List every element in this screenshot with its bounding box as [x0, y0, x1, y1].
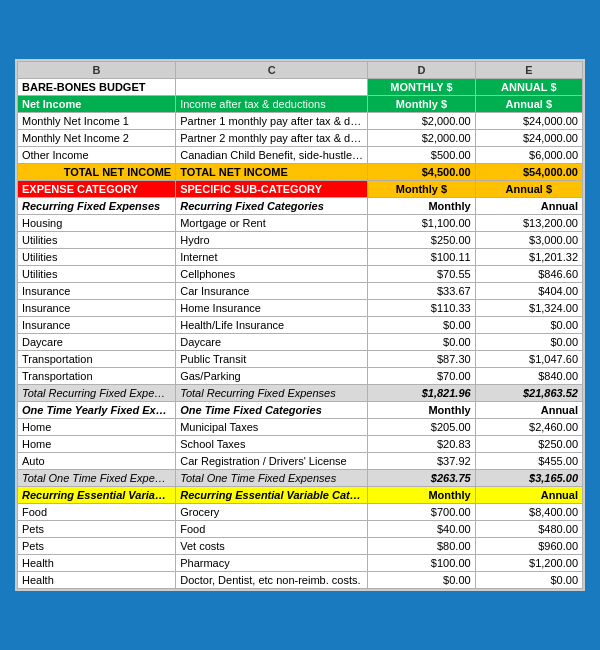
ot-ann-1: $250.00 [475, 436, 582, 453]
ot-ann-0: $2,460.00 [475, 419, 582, 436]
rf-ann-7: $0.00 [475, 334, 582, 351]
ot-monthly-hdr: Monthly [368, 402, 475, 419]
income2-annual: $24,000.00 [475, 130, 582, 147]
income2-cat: Monthly Net Income 2 [18, 130, 176, 147]
total-net-label: TOTAL NET INCOME [18, 164, 176, 181]
one-time-header-row: One Time Yearly Fixed Expenses One Time … [18, 402, 583, 419]
total-rf-annual: $21,863.52 [475, 385, 582, 402]
col-d-header: D [368, 62, 475, 79]
income1-monthly: $2,000.00 [368, 113, 475, 130]
table-row: Insurance Health/Life Insurance $0.00 $0… [18, 317, 583, 334]
rf-sub-5: Home Insurance [176, 300, 368, 317]
table-row: Pets Vet costs $80.00 $960.00 [18, 538, 583, 555]
recurring-annual-hdr: Annual [475, 198, 582, 215]
ot-cat-2: Auto [18, 453, 176, 470]
ot-cat-0: Home [18, 419, 176, 436]
rv-annual-hdr: Annual [475, 487, 582, 504]
rf-mon-1: $250.00 [368, 232, 475, 249]
rf-ann-5: $1,324.00 [475, 300, 582, 317]
rf-ann-3: $846.60 [475, 266, 582, 283]
table-row: Daycare Daycare $0.00 $0.00 [18, 334, 583, 351]
table-row: Auto Car Registration / Drivers' License… [18, 453, 583, 470]
table-row: Transportation Public Transit $87.30 $1,… [18, 351, 583, 368]
rf-cat-8: Transportation [18, 351, 176, 368]
rf-ann-8: $1,047.60 [475, 351, 582, 368]
variable-header-row: Recurring Essential Variable Expenses Re… [18, 487, 583, 504]
rv-sub-4: Doctor, Dentist, etc non-reimb. costs. [176, 572, 368, 589]
ot-mon-1: $20.83 [368, 436, 475, 453]
total-ot-cat: Total One Time Fixed Expenses [18, 470, 176, 487]
ot-cat-hdr: One Time Yearly Fixed Expenses [18, 402, 176, 419]
ot-ann-2: $455.00 [475, 453, 582, 470]
rv-mon-2: $80.00 [368, 538, 475, 555]
ot-subcat-hdr: One Time Fixed Categories [176, 402, 368, 419]
total-ot-monthly: $263.75 [368, 470, 475, 487]
table-row: Health Doctor, Dentist, etc non-reimb. c… [18, 572, 583, 589]
col-b-header: B [18, 62, 176, 79]
rv-sub-1: Food [176, 521, 368, 538]
table-row: Food Grocery $700.00 $8,400.00 [18, 504, 583, 521]
expense-cat-header-row: EXPENSE CATEGORY SPECIFIC SUB-CATEGORY M… [18, 181, 583, 198]
rf-cat-1: Utilities [18, 232, 176, 249]
net-income-label: Net Income [18, 96, 176, 113]
table-row: Utilities Internet $100.11 $1,201.32 [18, 249, 583, 266]
rf-cat-6: Insurance [18, 317, 176, 334]
rf-cat-3: Utilities [18, 266, 176, 283]
rv-cat-0: Food [18, 504, 176, 521]
rf-sub-6: Health/Life Insurance [176, 317, 368, 334]
table-row: Insurance Car Insurance $33.67 $404.00 [18, 283, 583, 300]
rf-sub-4: Car Insurance [176, 283, 368, 300]
rv-cat-2: Pets [18, 538, 176, 555]
rv-subcat-hdr: Recurring Essential Variable Categories [176, 487, 368, 504]
total-recurring-row: Total Recurring Fixed Expenses Total Rec… [18, 385, 583, 402]
table-row: Pets Food $40.00 $480.00 [18, 521, 583, 538]
table-row: Other Income Canadian Child Benefit, sid… [18, 147, 583, 164]
rf-mon-8: $87.30 [368, 351, 475, 368]
rf-sub-0: Mortgage or Rent [176, 215, 368, 232]
total-rf-monthly: $1,821.96 [368, 385, 475, 402]
table-row: Utilities Cellphones $70.55 $846.60 [18, 266, 583, 283]
recurring-monthly-hdr: Monthly [368, 198, 475, 215]
rv-ann-2: $960.00 [475, 538, 582, 555]
col-c-header: C [176, 62, 368, 79]
income1-desc: Partner 1 monthly pay after tax & deduct… [176, 113, 368, 130]
budget-title: BARE-BONES BUDGET [18, 79, 176, 96]
rf-mon-6: $0.00 [368, 317, 475, 334]
rv-cat-1: Pets [18, 521, 176, 538]
rf-mon-3: $70.55 [368, 266, 475, 283]
rf-mon-4: $33.67 [368, 283, 475, 300]
table-row: Health Pharmacy $100.00 $1,200.00 [18, 555, 583, 572]
table-row: Utilities Hydro $250.00 $3,000.00 [18, 232, 583, 249]
rf-sub-8: Public Transit [176, 351, 368, 368]
rf-mon-0: $1,100.00 [368, 215, 475, 232]
rf-cat-9: Transportation [18, 368, 176, 385]
table-row: Transportation Gas/Parking $70.00 $840.0… [18, 368, 583, 385]
rf-mon-7: $0.00 [368, 334, 475, 351]
total-net-annual: $54,000.00 [475, 164, 582, 181]
income2-monthly: $2,000.00 [368, 130, 475, 147]
rf-ann-1: $3,000.00 [475, 232, 582, 249]
ot-sub-2: Car Registration / Drivers' License [176, 453, 368, 470]
table-row: Home School Taxes $20.83 $250.00 [18, 436, 583, 453]
income3-annual: $6,000.00 [475, 147, 582, 164]
title-row: BARE-BONES BUDGET MONTHLY $ ANNUAL $ [18, 79, 583, 96]
income3-monthly: $500.00 [368, 147, 475, 164]
rv-mon-0: $700.00 [368, 504, 475, 521]
rf-cat-5: Insurance [18, 300, 176, 317]
total-rf-cat: Total Recurring Fixed Expenses [18, 385, 176, 402]
total-net-desc: TOTAL NET INCOME [176, 164, 368, 181]
ot-mon-0: $205.00 [368, 419, 475, 436]
income2-desc: Partner 2 monthly pay after tax & deduct… [176, 130, 368, 147]
spreadsheet: B C D E BARE-BONES BUDGET MONTHLY $ ANNU… [15, 59, 585, 591]
total-rf-subcat: Total Recurring Fixed Expenses [176, 385, 368, 402]
rf-mon-5: $110.33 [368, 300, 475, 317]
table-row: Housing Mortgage or Rent $1,100.00 $13,2… [18, 215, 583, 232]
table-row: Home Municipal Taxes $205.00 $2,460.00 [18, 419, 583, 436]
rv-ann-0: $8,400.00 [475, 504, 582, 521]
total-net-income-row: TOTAL NET INCOME TOTAL NET INCOME $4,500… [18, 164, 583, 181]
rv-mon-1: $40.00 [368, 521, 475, 538]
recurring-cat-hdr: Recurring Fixed Expenses [18, 198, 176, 215]
rf-sub-1: Hydro [176, 232, 368, 249]
expense-annual-hdr: Annual $ [475, 181, 582, 198]
rv-mon-3: $100.00 [368, 555, 475, 572]
